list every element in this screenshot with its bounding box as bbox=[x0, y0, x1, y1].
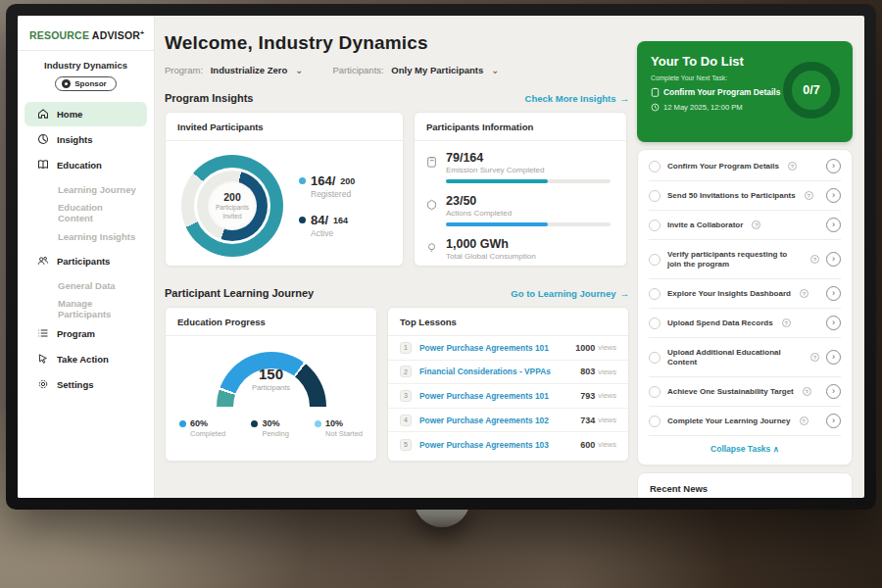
participants-information-card: Participants Information 79/164 Emission… bbox=[414, 112, 627, 267]
sidebar-item-program[interactable]: Program bbox=[24, 321, 147, 346]
lesson-link[interactable]: Financial Considerations - VPPAs bbox=[419, 367, 580, 376]
take-action-icon bbox=[37, 353, 49, 365]
legend-dot bbox=[299, 217, 306, 223]
lesson-row[interactable]: 5 Power Purchase Agreements 103 600 view… bbox=[388, 432, 628, 457]
go-to-learning-journey-link[interactable]: Go to Learning Journey→ bbox=[511, 288, 629, 299]
task-row-achieve-target[interactable]: Achieve One Sustainability Target ? › bbox=[649, 377, 841, 407]
org-name: Industry Dynamics bbox=[18, 60, 154, 71]
sidebar-item-learning-journey[interactable]: Learning Journey bbox=[24, 178, 147, 201]
arrow-right-icon: → bbox=[620, 93, 630, 104]
task-row-explore-insights[interactable]: Explore Your Insights Dashboard ? › bbox=[649, 279, 841, 309]
sponsor-icon bbox=[62, 79, 71, 88]
task-checkbox[interactable] bbox=[649, 161, 661, 172]
lesson-link[interactable]: Power Purchase Agreements 102 bbox=[419, 416, 580, 425]
lesson-row[interactable]: 2 Financial Considerations - VPPAs 803 v… bbox=[388, 361, 628, 385]
legend-dot bbox=[299, 177, 306, 184]
sponsor-badge[interactable]: Sponsor bbox=[55, 76, 116, 91]
task-checkbox[interactable] bbox=[649, 416, 661, 427]
todo-progress-ring: 0/7 bbox=[783, 62, 840, 119]
chevron-right-icon[interactable]: › bbox=[826, 316, 841, 330]
section-title: Program Insights bbox=[165, 92, 253, 104]
learning-journey-header: Participant Learning Journey Go to Learn… bbox=[165, 287, 629, 299]
lesson-link[interactable]: Power Purchase Agreements 101 bbox=[419, 343, 575, 353]
sidebar-item-participants[interactable]: Participants bbox=[24, 249, 147, 273]
info-icon[interactable]: ? bbox=[788, 162, 797, 171]
lesson-row[interactable]: 1 Power Purchase Agreements 101 1000 vie… bbox=[388, 336, 628, 361]
survey-icon bbox=[426, 151, 438, 183]
participants-icon bbox=[37, 255, 49, 267]
task-checkbox[interactable] bbox=[649, 190, 661, 202]
info-icon[interactable]: ? bbox=[782, 318, 791, 327]
check-more-insights-link[interactable]: Check More Insights→ bbox=[525, 93, 629, 104]
sidebar-item-learning-insights[interactable]: Learning Insights bbox=[24, 225, 147, 248]
lesson-row[interactable]: 3 Power Purchase Agreements 101 793 view… bbox=[388, 384, 628, 409]
sidebar-item-home[interactable]: Home bbox=[24, 102, 147, 126]
sidebar-item-insights[interactable]: Insights bbox=[24, 127, 147, 152]
chevron-right-icon[interactable]: › bbox=[826, 188, 841, 203]
monitor-bezel: RESOURCE ADVISOR+ Industry Dynamics Spon… bbox=[6, 4, 876, 510]
insights-icon bbox=[37, 133, 49, 145]
sidebar-item-take-action[interactable]: Take Action bbox=[24, 347, 147, 371]
learning-cards-row: Education Progress 150 Participants 60% … bbox=[165, 307, 629, 462]
program-insights-header: Program Insights Check More Insights→ bbox=[165, 92, 629, 104]
invited-participants-donut-chart: 200 Participants Invited bbox=[181, 155, 283, 257]
chevron-right-icon[interactable]: › bbox=[826, 218, 841, 232]
sidebar-item-settings[interactable]: Settings bbox=[24, 372, 147, 397]
lesson-link[interactable]: Power Purchase Agreements 103 bbox=[419, 440, 580, 450]
chevron-right-icon[interactable]: › bbox=[826, 384, 841, 399]
chevron-down-icon[interactable]: ⌄ bbox=[491, 65, 499, 75]
insights-cards-row: Invited Participants 200 Participants In… bbox=[165, 112, 629, 267]
home-icon bbox=[37, 108, 49, 120]
lessons-list: 1 Power Purchase Agreements 101 1000 vie… bbox=[388, 336, 628, 457]
chevron-right-icon[interactable]: › bbox=[826, 414, 841, 428]
task-checkbox[interactable] bbox=[649, 386, 661, 398]
donut-legend: 164/ 200 Registered 84/ 164 Active bbox=[299, 173, 355, 238]
stat-global-consumption: 1,000 GWh Total Global Consumption bbox=[426, 237, 612, 261]
task-checkbox[interactable] bbox=[649, 318, 661, 329]
task-row-send-invitations[interactable]: Send 50 Invitations to Participants ? › bbox=[649, 181, 841, 211]
task-row-invite-collaborator[interactable]: Invite a Collaborator ? › bbox=[649, 211, 841, 240]
actions-icon bbox=[426, 194, 438, 226]
task-checkbox[interactable] bbox=[649, 288, 661, 300]
task-row-verify-participants[interactable]: Verify participants requesting to join t… bbox=[649, 240, 841, 279]
info-icon[interactable]: ? bbox=[810, 255, 819, 264]
filter-bar: Program: Industrialize Zero ⌄ Participan… bbox=[165, 65, 629, 75]
info-icon[interactable]: ? bbox=[800, 416, 808, 425]
sidebar-item-manage-participants[interactable]: Manage Participants bbox=[24, 298, 147, 320]
program-filter[interactable]: Program: Industrialize Zero ⌄ bbox=[165, 65, 303, 75]
sidebar-item-general-data[interactable]: General Data bbox=[24, 274, 147, 297]
sidebar-item-education-content[interactable]: Education Content bbox=[24, 202, 147, 224]
sidebar: RESOURCE ADVISOR+ Industry Dynamics Spon… bbox=[18, 16, 155, 498]
lesson-row[interactable]: 4 Power Purchase Agreements 102 734 view… bbox=[388, 409, 628, 433]
task-checkbox[interactable] bbox=[649, 254, 661, 266]
task-checkbox[interactable] bbox=[649, 352, 661, 364]
chevron-right-icon[interactable]: › bbox=[826, 252, 841, 267]
task-row-complete-learning-journey[interactable]: Complete Your Learning Journey ? › bbox=[649, 407, 841, 436]
info-icon[interactable]: ? bbox=[805, 191, 813, 200]
info-icon[interactable]: ? bbox=[810, 353, 819, 362]
clock-icon bbox=[651, 103, 660, 112]
page-title: Welcome, Industry Dynamics bbox=[165, 32, 629, 54]
task-row-upload-spend-data[interactable]: Upload Spend Data Records ? › bbox=[649, 309, 841, 338]
legend-item-completed: 60% Completed bbox=[179, 418, 225, 438]
legend-item-not-started: 10% Not Started bbox=[315, 418, 363, 438]
chevron-down-icon[interactable]: ⌄ bbox=[295, 65, 303, 75]
lesson-link[interactable]: Power Purchase Agreements 101 bbox=[419, 391, 580, 401]
education-progress-card: Education Progress 150 Participants 60% … bbox=[165, 307, 377, 462]
info-icon[interactable]: ? bbox=[752, 220, 760, 229]
sidebar-item-education[interactable]: Education bbox=[24, 153, 147, 177]
todo-summary-card: Your To Do List Complete Your Next Task:… bbox=[637, 41, 853, 142]
task-row-confirm-program[interactable]: Confirm Your Program Details ? › bbox=[649, 152, 841, 181]
task-checkbox[interactable] bbox=[649, 220, 661, 231]
info-icon[interactable]: ? bbox=[800, 289, 808, 298]
collapse-tasks-link[interactable]: Collapse Tasks ∧ bbox=[649, 436, 841, 463]
info-icon[interactable]: ? bbox=[803, 387, 811, 396]
task-row-upload-educational-content[interactable]: Upload Additional Educational Content ? … bbox=[649, 338, 841, 377]
legend-item-registered: 164/ 200 Registered bbox=[299, 173, 355, 199]
chevron-right-icon[interactable]: › bbox=[826, 159, 841, 173]
chevron-right-icon[interactable]: › bbox=[826, 350, 841, 365]
chevron-up-icon: ∧ bbox=[773, 444, 779, 454]
stat-emission-survey: 79/164 Emission Survey Completed bbox=[426, 151, 612, 183]
participants-filter[interactable]: Participants: Only My Participants ⌄ bbox=[332, 65, 499, 75]
chevron-right-icon[interactable]: › bbox=[826, 286, 841, 301]
